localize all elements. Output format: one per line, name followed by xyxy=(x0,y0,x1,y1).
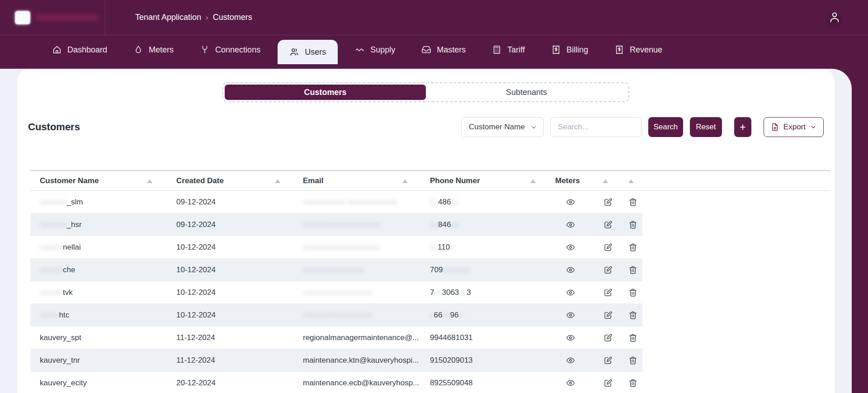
search-button[interactable]: Search xyxy=(648,117,683,137)
view-button[interactable] xyxy=(565,377,576,388)
user-account-button[interactable] xyxy=(824,6,845,28)
page-title: Customers xyxy=(28,121,80,133)
sort-arrow-icon[interactable] xyxy=(147,179,152,183)
delete-button[interactable] xyxy=(627,377,639,388)
table-row: kauvery_tnr11-12-2024maintenance.ktn@kau… xyxy=(30,349,642,372)
wave-icon xyxy=(355,45,365,55)
tab-supply[interactable]: Supply xyxy=(346,35,404,64)
edit-icon xyxy=(604,265,613,275)
redacted-text: xxxxxxxxxxxxxxxxxx xyxy=(303,288,372,297)
toggle-option-customers[interactable]: Customers xyxy=(225,85,426,100)
delete-button[interactable] xyxy=(627,309,639,321)
customer-name-cell: xxxxxxx_hsr xyxy=(40,220,82,229)
table-row: xxxxxxnellai10-12-2024xxxxxxxxxxxxxxxxxx… xyxy=(30,236,642,259)
column-header-customer-name[interactable]: Customer Name xyxy=(40,176,99,185)
redacted-text: xx xyxy=(451,220,458,229)
filter-field-select[interactable]: Customer Name xyxy=(461,117,544,137)
view-button[interactable] xyxy=(565,241,576,253)
toggle-option-subtenants[interactable]: Subtenants xyxy=(426,85,627,100)
edit-button[interactable] xyxy=(603,309,614,321)
cell-text: htc xyxy=(59,311,70,319)
cell-text: kauvery_spt xyxy=(40,333,81,342)
trash-icon xyxy=(628,197,638,207)
sort-arrow-icon[interactable] xyxy=(275,179,280,183)
cell-text: nellai xyxy=(63,243,81,251)
sort-arrow-icon[interactable] xyxy=(603,179,608,183)
edit-button[interactable] xyxy=(603,264,614,275)
table-row: xxxxxhtc10-12-2024xxxxxxxxxxxxxxxxxxx66x… xyxy=(30,304,642,327)
edit-button[interactable] xyxy=(603,196,614,208)
trash-icon xyxy=(628,378,638,388)
tab-dashboard[interactable]: Dashboard xyxy=(43,35,116,64)
breadcrumb-item-tenant-application[interactable]: Tenant Application xyxy=(135,13,201,22)
email-cell: xxxxxxxxxxxxxxxxxxxx xyxy=(303,220,380,229)
cell-text: _hsr xyxy=(67,220,82,229)
search-input[interactable] xyxy=(550,117,642,137)
edit-button[interactable] xyxy=(603,219,614,230)
created-date-cell: 10-12-2024 xyxy=(176,311,216,320)
sort-arrow-icon[interactable] xyxy=(530,179,536,183)
trash-icon xyxy=(628,265,638,275)
table-row: kauvery_ecity20-12-2024maintenance.ecb@k… xyxy=(30,372,642,393)
edit-icon xyxy=(604,242,613,252)
tab-tariff[interactable]: Tariff xyxy=(483,35,534,64)
column-header-created-date[interactable]: Created Date xyxy=(176,176,224,185)
app-header: Tenant Application › Customers xyxy=(0,0,868,35)
email-cell: regionalmanagermaintenance@... xyxy=(303,333,419,342)
tab-masters[interactable]: Masters xyxy=(412,35,475,64)
delete-button[interactable] xyxy=(627,219,639,230)
drop-icon xyxy=(133,45,143,55)
tab-revenue[interactable]: Revenue xyxy=(605,35,671,64)
receipt-icon xyxy=(551,45,561,55)
edit-button[interactable] xyxy=(603,241,614,253)
sort-arrow-icon[interactable] xyxy=(402,179,408,183)
tab-connections[interactable]: Connections xyxy=(191,35,269,64)
redacted-text: xx xyxy=(451,198,458,206)
redacted-text: xx xyxy=(442,311,450,319)
receipt-icon xyxy=(614,45,624,55)
view-button[interactable] xyxy=(565,196,576,208)
delete-button[interactable] xyxy=(627,355,639,366)
email-cell: maintenance.ktn@kauveryhospi... xyxy=(303,356,419,365)
redacted-text: xxxxxx xyxy=(341,265,364,274)
reset-button[interactable]: Reset xyxy=(690,117,722,137)
delete-button[interactable] xyxy=(627,196,639,208)
add-customer-button[interactable]: + xyxy=(734,117,751,137)
delete-button[interactable] xyxy=(627,241,639,253)
edit-button[interactable] xyxy=(603,355,614,366)
column-header-email[interactable]: Email xyxy=(303,176,323,185)
delete-button[interactable] xyxy=(627,332,639,343)
edit-icon xyxy=(604,355,613,365)
app-logo xyxy=(15,11,30,24)
sort-arrow-icon[interactable] xyxy=(628,179,634,183)
tab-meters[interactable]: Meters xyxy=(124,35,183,64)
created-date-cell: 10-12-2024 xyxy=(176,265,216,275)
home-icon xyxy=(52,45,62,55)
brand-name-redacted xyxy=(35,14,99,21)
view-button[interactable] xyxy=(565,287,576,298)
view-button[interactable] xyxy=(565,332,576,343)
view-button[interactable] xyxy=(565,309,576,321)
edit-button[interactable] xyxy=(603,332,614,343)
view-button[interactable] xyxy=(565,219,576,230)
filter-toolbar: Customer Name Search Reset + Export xyxy=(461,117,824,137)
redacted-text: xxxxx xyxy=(40,311,59,319)
column-header-phone-numer[interactable]: Phone Numer xyxy=(430,176,480,185)
redacted-text: x xyxy=(458,311,462,319)
redacted-text: xxxxxxxxxx xyxy=(303,265,341,274)
column-header-meters[interactable]: Meters xyxy=(555,176,580,185)
tab-users[interactable]: Users xyxy=(278,40,338,64)
phone-cell: xx110x xyxy=(430,243,454,252)
edit-icon xyxy=(604,333,613,342)
export-button[interactable]: Export xyxy=(764,117,824,137)
tab-billing[interactable]: Billing xyxy=(542,35,597,64)
created-date-cell: 09-12-2024 xyxy=(176,198,216,207)
delete-button[interactable] xyxy=(627,287,639,298)
edit-button[interactable] xyxy=(603,287,614,298)
edit-button[interactable] xyxy=(603,377,614,388)
view-button[interactable] xyxy=(565,355,576,366)
breadcrumb-separator-icon: › xyxy=(206,13,208,22)
phone-cell: 709xxxxxxx xyxy=(430,265,470,275)
view-button[interactable] xyxy=(565,264,576,275)
delete-button[interactable] xyxy=(627,264,639,275)
